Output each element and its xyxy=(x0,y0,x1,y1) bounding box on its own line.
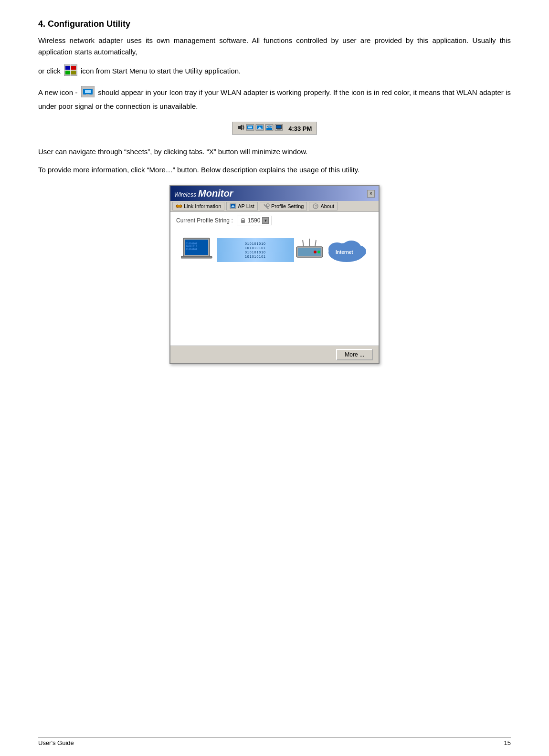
monitor-screenshot: Wireless Monitor × Link Information xyxy=(38,185,511,364)
laptop-svg: 01010101 10101010 01010101 xyxy=(181,236,217,264)
tab-about[interactable]: ? About xyxy=(309,202,338,210)
svg-marker-11 xyxy=(238,125,242,130)
profile-dropdown[interactable]: 1590 ▼ xyxy=(237,216,273,225)
profile-row: Current Profile String : 1590 ▼ xyxy=(176,216,373,225)
router-svg xyxy=(294,237,325,263)
tab-link-information[interactable]: Link Information xyxy=(172,202,224,210)
systray-icons xyxy=(237,124,283,131)
para2-prefix: or click xyxy=(38,67,61,75)
svg-rect-1 xyxy=(65,66,70,70)
svg-line-49 xyxy=(315,240,316,247)
title-monitor: Monitor xyxy=(198,188,233,199)
network-icon-1 xyxy=(246,124,254,131)
svg-point-46 xyxy=(314,251,317,253)
speaker-icon xyxy=(237,124,245,131)
network-illustration: 01010101 10101010 01010101 0101010101010… xyxy=(176,231,373,269)
start-menu-icon xyxy=(64,64,77,79)
svg-line-47 xyxy=(303,240,304,247)
tab-ap-list[interactable]: AP List xyxy=(226,202,258,210)
monitor-window: Wireless Monitor × Link Information xyxy=(169,185,380,364)
profile-icon xyxy=(263,203,270,209)
page-heading: 4. Configuration Utility xyxy=(38,19,511,29)
window-menubar: Link Information AP List Profile Setting xyxy=(170,201,379,212)
svg-rect-19 xyxy=(266,128,272,130)
svg-point-45 xyxy=(317,251,320,253)
binary-text: 010101010101010101010101010101010101 xyxy=(245,242,266,259)
tab-profile-setting-label: Profile Setting xyxy=(271,203,304,209)
monitor-tray-icon xyxy=(274,124,283,131)
window-footer: More ... xyxy=(170,346,379,363)
tray-icon-inline xyxy=(81,86,95,101)
svg-rect-9 xyxy=(85,90,91,93)
svg-text:Internet: Internet xyxy=(336,250,353,255)
svg-text:01010101: 01010101 xyxy=(186,248,197,251)
window-content: Current Profile String : 1590 ▼ xyxy=(170,212,379,346)
paragraph-3: A new icon - should appear in your Icon … xyxy=(38,86,511,112)
profile-value: 1590 xyxy=(248,217,261,224)
svg-point-53 xyxy=(351,245,366,258)
svg-rect-36 xyxy=(241,220,245,223)
ap-list-icon xyxy=(230,203,236,209)
paragraph-2: or click icon from Start Menu to start t… xyxy=(38,64,511,79)
profile-string-label: Current Profile String : xyxy=(176,217,233,224)
svg-rect-42 xyxy=(181,256,212,258)
systray-time: 4:33 PM xyxy=(288,125,312,132)
internet-cloud-svg: Internet xyxy=(325,236,368,264)
para3-suffix: should appear in your Icon tray if your … xyxy=(38,88,511,110)
title-wireless: Wireless xyxy=(174,191,196,198)
page-footer: User's Guide 15 xyxy=(38,737,511,746)
window-titlebar: Wireless Monitor × xyxy=(170,186,379,201)
svg-rect-24 xyxy=(277,129,281,130)
more-button[interactable]: More ... xyxy=(336,349,373,360)
paragraph-5: To provide more information, click “More… xyxy=(38,164,511,176)
svg-rect-2 xyxy=(71,66,76,70)
window-close-button[interactable]: × xyxy=(367,190,375,198)
svg-rect-27 xyxy=(178,205,180,207)
tab-ap-list-label: AP List xyxy=(238,203,254,209)
svg-rect-14 xyxy=(248,126,252,128)
para3-prefix: A new icon - xyxy=(38,88,77,96)
dropdown-arrow[interactable]: ▼ xyxy=(262,217,269,224)
tab-profile-setting[interactable]: Profile Setting xyxy=(260,202,307,210)
window-title: Wireless Monitor xyxy=(174,188,233,199)
svg-rect-4 xyxy=(71,71,76,74)
svg-point-33 xyxy=(266,204,269,207)
svg-rect-22 xyxy=(276,126,281,128)
svg-rect-3 xyxy=(65,71,70,74)
network-icon-2 xyxy=(255,124,264,131)
tab-about-label: About xyxy=(320,203,334,209)
link-icon xyxy=(176,203,182,209)
svg-rect-23 xyxy=(277,129,280,129)
data-flow: 010101010101010101010101010101010101 xyxy=(217,238,294,262)
systray-box: 4:33 PM xyxy=(232,122,317,135)
footer-left: User's Guide xyxy=(38,739,74,746)
paragraph-4: User can navigate through “sheets”, by c… xyxy=(38,146,511,158)
para2-suffix: icon from Start Menu to start the Utilit… xyxy=(81,67,241,75)
lock-icon xyxy=(240,218,246,223)
systray-screenshot: 4:33 PM xyxy=(38,122,511,135)
wireless-tray-icon xyxy=(265,124,274,131)
svg-text:?: ? xyxy=(315,205,317,208)
footer-right: 15 xyxy=(504,739,511,746)
tab-link-information-label: Link Information xyxy=(184,203,221,209)
paragraph-1: Wireless network adapter uses its own ma… xyxy=(38,35,511,58)
about-icon: ? xyxy=(312,203,319,209)
